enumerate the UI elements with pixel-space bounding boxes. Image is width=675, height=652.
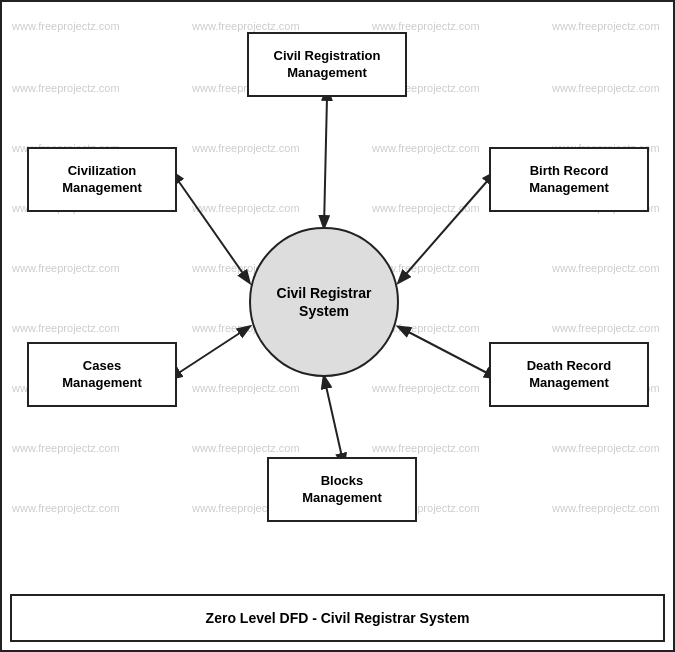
center-circle: Civil RegistrarSystem: [249, 227, 399, 377]
center-circle-label: Civil RegistrarSystem: [277, 284, 372, 320]
civil-registration-box: Civil Registration Management: [247, 32, 407, 97]
svg-line-5: [324, 377, 342, 457]
birth-record-box: Birth RecordManagement: [489, 147, 649, 212]
death-record-box: Death RecordManagement: [489, 342, 649, 407]
civilization-management-box: CivilizationManagement: [27, 147, 177, 212]
svg-line-3: [399, 179, 489, 282]
civil-registration-label: Civil Registration Management: [255, 48, 399, 82]
bottom-label-box: Zero Level DFD - Civil Registrar System: [10, 594, 665, 642]
blocks-management-label: BlocksManagement: [302, 473, 381, 507]
cases-management-box: CasesManagement: [27, 342, 177, 407]
birth-record-label: Birth RecordManagement: [529, 163, 608, 197]
bottom-label-text: Zero Level DFD - Civil Registrar System: [206, 610, 470, 626]
main-container: www.freeprojectz.com www.freeprojectz.co…: [0, 0, 675, 652]
svg-line-4: [399, 327, 489, 374]
blocks-management-box: BlocksManagement: [267, 457, 417, 522]
death-record-label: Death RecordManagement: [527, 358, 612, 392]
civilization-management-label: CivilizationManagement: [62, 163, 141, 197]
svg-line-7: [177, 179, 249, 282]
cases-management-label: CasesManagement: [62, 358, 141, 392]
svg-line-6: [177, 327, 249, 374]
svg-line-2: [324, 97, 327, 227]
